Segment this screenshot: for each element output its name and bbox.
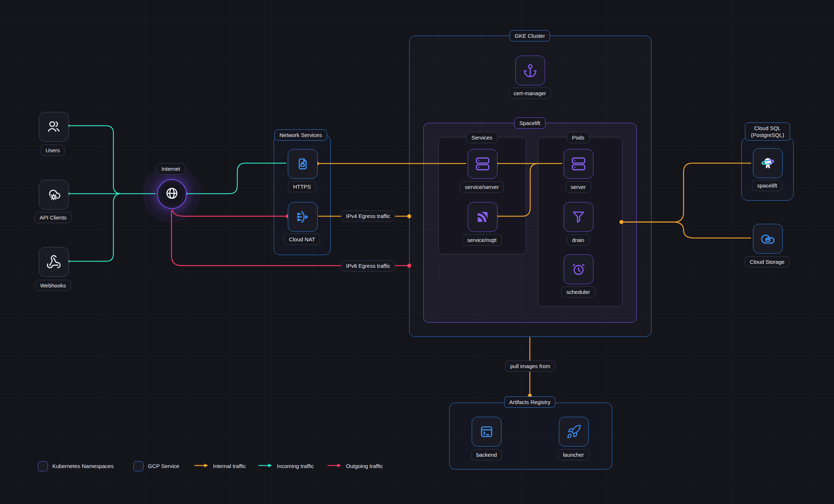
node-label-cloud-nat: Cloud NAT <box>284 234 320 245</box>
mqtt-rss-icon <box>475 209 490 225</box>
legend-label: Kubernetes Namespaces <box>52 463 113 469</box>
edge-users-internet <box>68 126 120 194</box>
node-webhooks <box>39 247 69 277</box>
node-label-server-pod: server <box>565 181 591 193</box>
node-label-backend: backend <box>471 449 502 460</box>
node-label-api-clients: API Clients <box>35 212 72 223</box>
outgoing-traffic-arrow-icon <box>327 463 342 469</box>
group-label-spacelift: Spacelift <box>514 117 545 129</box>
group-label-artifacts-registry: Artifacts Registry <box>504 396 555 408</box>
anchor-icon <box>523 63 538 78</box>
edge-label-ipv4-egress: IPv4 Egress traffic <box>341 210 395 222</box>
edge-pods-cloud-storage <box>621 222 751 238</box>
legend-internal-traffic: Internal traffic <box>194 461 246 471</box>
node-users <box>39 112 69 142</box>
legend-gcp-service: GCP Service <box>133 461 179 471</box>
node-label-spacelift-db: spacelift <box>752 180 782 191</box>
legend-outgoing-traffic: Outgoing traffic <box>327 461 383 471</box>
group-label-pods: Pods <box>567 132 589 143</box>
terminal-icon <box>479 424 495 440</box>
group-label-services: Services <box>466 132 497 143</box>
node-label-webhooks: Webhooks <box>35 280 71 291</box>
node-scheduler-pod <box>564 254 593 284</box>
edge-internet-https <box>185 163 286 194</box>
node-drain-pod <box>564 202 593 232</box>
edge-pods-cloud-sql <box>621 163 751 222</box>
legend-incoming-traffic: Incoming traffic <box>258 461 314 471</box>
cloud-database-icon <box>760 231 776 247</box>
legend-label: Outgoing traffic <box>346 463 383 469</box>
node-label-service-mqtt: service/mqtt <box>462 234 502 246</box>
group-label-cloud-sql: Cloud SQL (PostgreSQL) <box>745 122 790 141</box>
node-service-server <box>468 149 497 179</box>
node-cert-manager <box>515 56 545 85</box>
node-label-launcher: launcher <box>558 449 589 460</box>
node-label-users: Users <box>40 145 65 156</box>
group-label-network-services: Network Services <box>274 129 327 141</box>
traffic-wires <box>0 0 834 504</box>
node-label-service-server: service/server <box>460 181 504 193</box>
server-icon <box>475 156 491 172</box>
rocket-icon <box>566 424 581 439</box>
nat-icon <box>295 209 311 225</box>
edge-webhooks-internet <box>68 194 120 261</box>
node-label-cert-manager: cert-manager <box>508 88 551 99</box>
node-backend <box>472 417 501 447</box>
node-internet <box>157 179 187 209</box>
node-label-internet: Internet <box>157 163 185 174</box>
legend-label: GCP Service <box>148 463 179 469</box>
legend-label: Incoming traffic <box>277 463 314 469</box>
edge-label-pull-images: pull images from <box>505 360 555 372</box>
funnel-icon <box>571 209 586 225</box>
architecture-diagram: Users API Clients Webhooks Internet Netw… <box>0 0 834 504</box>
node-cloud-storage <box>753 224 783 254</box>
node-cloud-nat <box>288 202 318 232</box>
spacelift-logo <box>760 155 776 172</box>
group-label-gke-cluster: GKE Cluster <box>509 30 550 41</box>
node-spacelift-db <box>753 148 783 178</box>
file-lock-icon <box>295 156 311 172</box>
server-icon <box>571 156 587 172</box>
node-https <box>288 149 318 179</box>
node-label-scheduler-pod: scheduler <box>561 286 595 298</box>
node-launcher <box>559 417 589 447</box>
node-label-drain-pod: drain <box>567 234 589 246</box>
node-label-cloud-storage: Cloud Storage <box>745 256 790 267</box>
node-api-clients <box>39 180 69 210</box>
alarm-clock-icon <box>571 262 586 277</box>
legend-kubernetes-namespaces: Kubernetes Namespaces <box>38 461 113 471</box>
edge-label-ipv6-egress: IPv6 Egress traffic <box>341 260 395 271</box>
incoming-traffic-arrow-icon <box>258 463 273 469</box>
node-server-pod <box>564 149 593 179</box>
webhook-icon <box>46 254 61 270</box>
globe-icon <box>165 186 179 202</box>
cloud-gear-icon <box>46 187 61 202</box>
legend-label: Internal traffic <box>213 463 246 469</box>
users-icon <box>46 119 61 134</box>
internal-traffic-arrow-icon <box>194 463 209 469</box>
node-service-mqtt <box>468 202 497 232</box>
kubernetes-namespace-swatch <box>38 461 48 471</box>
gcp-service-swatch <box>133 461 144 471</box>
node-label-https: HTTPS <box>288 181 316 192</box>
edge-cloudnat-internet <box>172 210 288 216</box>
